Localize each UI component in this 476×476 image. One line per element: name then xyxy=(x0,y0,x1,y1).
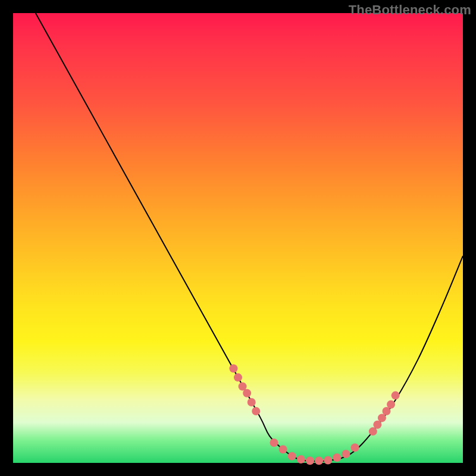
marker-dot xyxy=(392,392,400,400)
marker-dot xyxy=(324,456,332,464)
marker-dot xyxy=(248,398,256,406)
marker-dot xyxy=(351,443,359,452)
outer-frame: TheBottleneck.com xyxy=(0,0,476,476)
marker-dot xyxy=(252,407,260,415)
marker-dot xyxy=(234,373,242,381)
marker-dot xyxy=(279,445,287,453)
marker-dot xyxy=(315,456,323,465)
marker-dot xyxy=(306,456,314,465)
marker-dot xyxy=(333,453,341,462)
plot-area xyxy=(13,13,463,463)
chart-svg xyxy=(13,13,463,463)
marker-dot xyxy=(243,389,251,397)
marker-dot xyxy=(229,364,237,372)
watermark-text: TheBottleneck.com xyxy=(349,2,471,18)
marker-dot xyxy=(270,439,278,447)
marker-dot xyxy=(387,400,395,409)
marker-dot xyxy=(288,452,296,461)
marker-layer xyxy=(229,364,399,465)
marker-dot xyxy=(297,455,305,464)
marker-dot xyxy=(342,450,350,458)
